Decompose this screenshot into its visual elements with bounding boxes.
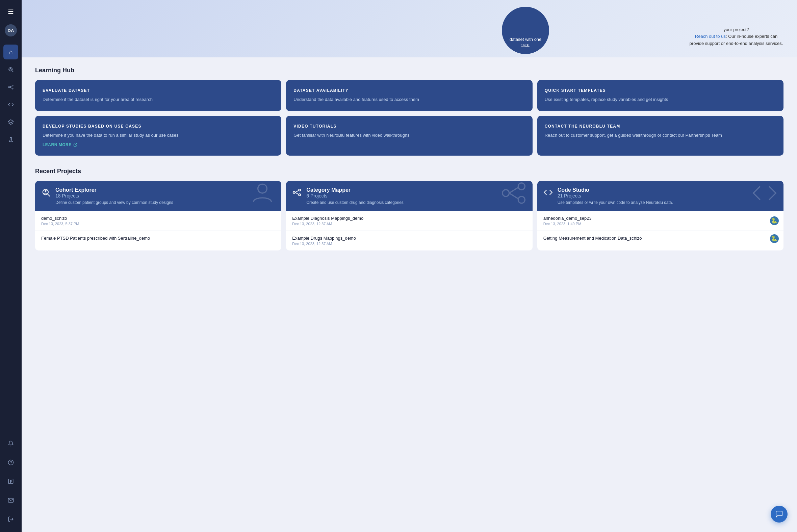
list-item[interactable]: Getting Measurement and Medication Data_…	[537, 231, 783, 246]
list-item[interactable]: Example Diagnosis Mappings_demo Dec 13, …	[286, 211, 532, 231]
project-col-category: Category Mapper 6 Projects Create and us…	[286, 181, 532, 250]
svg-point-4	[8, 87, 10, 88]
svg-point-25	[299, 194, 301, 196]
code-icon	[543, 188, 553, 199]
hub-card-usecases-desc: Determine if you have the data to run a …	[42, 132, 274, 139]
item-name: Example Drugs Mappings_demo	[292, 235, 526, 241]
category-icon	[292, 188, 301, 199]
hub-card-availability-title: DATASET AVAILABILITY	[294, 88, 525, 93]
cohort-bg-icon	[249, 181, 276, 211]
hub-card-usecases-link[interactable]: LEARN MORE	[42, 142, 77, 147]
sidebar-item-info[interactable]	[3, 474, 18, 489]
project-header-cohort[interactable]: Cohort Explorer 18 Projects Define custo…	[35, 181, 281, 211]
svg-point-22	[258, 184, 267, 193]
sidebar-item-logout[interactable]	[3, 512, 18, 527]
svg-line-26	[295, 190, 299, 192]
hub-card-usecases[interactable]: DEVELOP STUDIES BASED ON USE CASES Deter…	[35, 116, 281, 156]
sidebar-item-lab[interactable]	[3, 132, 18, 147]
cohort-count: 18 Projects	[55, 193, 173, 198]
hub-card-quickstart-title: QUICK START TEMPLATES	[545, 88, 776, 93]
category-header-text: Category Mapper 6 Projects Create and us…	[306, 187, 404, 206]
content-area: Learning Hub EVALUATE DATASET Determine …	[22, 57, 797, 264]
item-name: Example Diagnosis Mappings_demo	[292, 216, 526, 221]
hub-card-video-title: VIDEO TUTORIALS	[294, 124, 525, 129]
sidebar-item-mail[interactable]	[3, 493, 18, 508]
hub-card-usecases-title: DEVELOP STUDIES BASED ON USE CASES	[42, 124, 274, 129]
hub-card-contact-title: CONTACT THE NEUROBLU TEAM	[545, 124, 776, 129]
code-bg-icon	[751, 181, 778, 211]
code-desc: Use templates or write your own code to …	[558, 200, 673, 206]
item-date: Dec 13, 2023, 1:49 PM	[543, 222, 777, 226]
cohort-name: Cohort Explorer	[55, 187, 173, 193]
top-banner: dataset with one click. your project? Re…	[22, 0, 797, 57]
hub-card-quickstart[interactable]: QUICK START TEMPLATES Use existing templ…	[537, 80, 783, 111]
avatar[interactable]: DA	[5, 24, 17, 36]
sidebar-item-help[interactable]	[3, 455, 18, 470]
svg-point-21	[44, 190, 47, 192]
banner-center: dataset with one click.	[362, 0, 689, 47]
list-item[interactable]: Female PTSD Patients prescribed with Ser…	[35, 231, 281, 246]
recent-projects-grid: Cohort Explorer 18 Projects Define custo…	[35, 181, 783, 250]
banner-project-question: your project?	[723, 27, 749, 32]
list-item[interactable]: Example Drugs Mappings_demo Dec 13, 2023…	[286, 231, 532, 250]
hub-card-quickstart-desc: Use existing templates, replace study va…	[545, 96, 776, 103]
hub-card-evaluate-title: EVALUATE DATASET	[42, 88, 274, 93]
cohort-desc: Define custom patient groups and view by…	[55, 200, 173, 206]
svg-line-8	[10, 87, 12, 89]
svg-point-29	[518, 183, 525, 190]
svg-line-18	[75, 144, 77, 146]
svg-marker-9	[8, 120, 14, 123]
item-date: Dec 13, 2023, 12:37 AM	[292, 222, 526, 226]
project-header-code[interactable]: Code Studio 21 Projects Use templates or…	[537, 181, 783, 211]
list-item[interactable]: demo_schizo Dec 13, 2023, 5:37 PM	[35, 211, 281, 231]
cohort-items: demo_schizo Dec 13, 2023, 5:37 PM Female…	[35, 211, 281, 246]
sidebar-item-layers[interactable]	[3, 115, 18, 130]
svg-point-6	[12, 88, 13, 89]
project-col-code: Code Studio 21 Projects Use templates or…	[537, 181, 783, 250]
hub-card-evaluate[interactable]: EVALUATE DATASET Determine if the datase…	[35, 80, 281, 111]
hamburger-icon[interactable]: ☰	[4, 4, 17, 19]
sidebar-item-pipeline[interactable]	[3, 80, 18, 95]
item-name: Female PTSD Patients prescribed with Ser…	[41, 235, 275, 241]
category-desc: Create and use custom drug and diagnosis…	[306, 200, 404, 206]
recent-projects-title: Recent Projects	[35, 168, 783, 175]
sidebar-item-search[interactable]	[3, 62, 18, 77]
svg-line-31	[509, 188, 518, 193]
svg-line-1	[12, 71, 13, 72]
banner-right: your project? Reach out to us: Our in-ho…	[689, 26, 783, 47]
hub-card-video-desc: Get familiar with NeuroBlu features with…	[294, 132, 525, 139]
item-date: Dec 13, 2023, 12:37 AM	[292, 242, 526, 246]
project-col-cohort: Cohort Explorer 18 Projects Define custo…	[35, 181, 281, 250]
code-header-text: Code Studio 21 Projects Use templates or…	[558, 187, 673, 206]
banner-circle-text: dataset with one click.	[507, 36, 544, 49]
project-header-category[interactable]: Category Mapper 6 Projects Create and us…	[286, 181, 532, 211]
item-date: Dec 13, 2023, 5:37 PM	[41, 222, 275, 226]
cohort-header-text: Cohort Explorer 18 Projects Define custo…	[55, 187, 173, 206]
python-badge: 🐍	[770, 216, 779, 225]
sidebar-item-home[interactable]: ⌂	[3, 44, 18, 59]
item-name: anhedonia_demo_sep23	[543, 216, 777, 221]
svg-point-28	[502, 190, 509, 196]
category-count: 6 Projects	[306, 193, 404, 198]
hub-card-video[interactable]: VIDEO TUTORIALS Get familiar with NeuroB…	[286, 116, 532, 156]
chat-button[interactable]	[771, 506, 787, 522]
category-name: Category Mapper	[306, 187, 404, 193]
banner-circle: dataset with one click.	[502, 7, 549, 54]
sidebar-item-notifications[interactable]	[3, 436, 18, 451]
sidebar-item-code[interactable]	[3, 97, 18, 112]
svg-point-30	[518, 196, 525, 203]
learning-hub-title: Learning Hub	[35, 67, 783, 74]
list-item[interactable]: anhedonia_demo_sep23 Dec 13, 2023, 1:49 …	[537, 211, 783, 231]
code-name: Code Studio	[558, 187, 673, 193]
svg-point-5	[12, 85, 13, 86]
hub-card-contact[interactable]: CONTACT THE NEUROBLU TEAM Reach out to c…	[537, 116, 783, 156]
hub-card-availability[interactable]: DATASET AVAILABILITY Understand the data…	[286, 80, 532, 111]
svg-line-27	[295, 192, 299, 194]
item-name: demo_schizo	[41, 216, 275, 221]
learning-hub-grid: EVALUATE DATASET Determine if the datase…	[35, 80, 783, 156]
python-badge-2: 🐍	[770, 234, 779, 243]
category-items: Example Diagnosis Mappings_demo Dec 13, …	[286, 211, 532, 250]
reach-out-link[interactable]: Reach out to us	[695, 34, 726, 39]
code-items: anhedonia_demo_sep23 Dec 13, 2023, 1:49 …	[537, 211, 783, 246]
hub-card-availability-desc: Understand the data available and featur…	[294, 96, 525, 103]
